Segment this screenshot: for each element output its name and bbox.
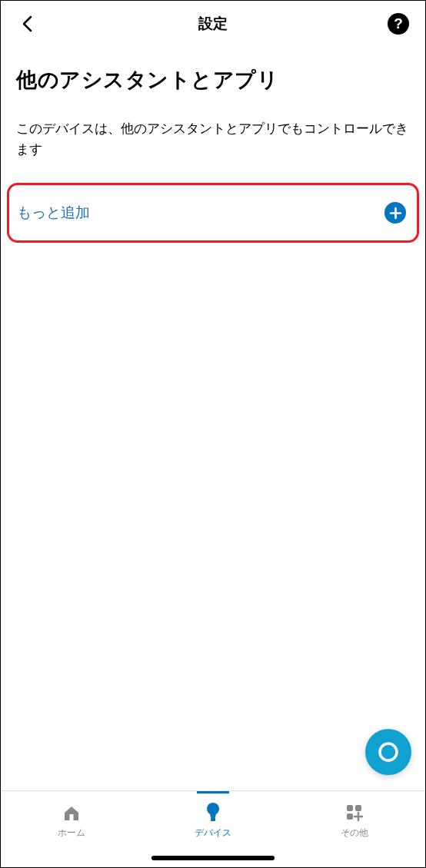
back-button[interactable] [16,12,39,35]
tab-devices-label: デバイス [195,827,231,840]
add-more-label: もっと追加 [17,203,90,223]
svg-point-4 [207,803,219,815]
home-indicator[interactable] [151,856,275,860]
page-title: 他のアシスタントとアプリ [16,66,410,94]
alexa-fab[interactable] [365,729,411,775]
svg-rect-6 [347,805,353,811]
svg-rect-8 [347,813,353,820]
svg-rect-5 [211,817,215,821]
header: 設定 ? [1,1,425,47]
chevron-left-icon [22,15,34,33]
tab-more[interactable]: その他 [284,791,425,867]
help-button[interactable]: ? [387,12,410,35]
plus-icon [384,202,406,224]
tab-home[interactable]: ホーム [1,791,142,867]
svg-rect-7 [355,805,361,811]
page-description: このデバイスは、他のアシスタントとアプリでもコントロールできます [16,118,410,160]
bulb-icon [202,802,224,823]
add-more-row[interactable]: もっと追加 [7,183,419,243]
grid-plus-icon [344,802,365,823]
tab-more-label: その他 [341,827,368,840]
home-icon [61,802,82,823]
content: 他のアシスタントとアプリ このデバイスは、他のアシスタントとアプリでもコントロー… [1,47,425,243]
svg-text:?: ? [394,15,403,31]
header-title: 設定 [198,14,228,34]
svg-rect-3 [70,814,74,820]
help-icon: ? [388,13,409,35]
svg-point-2 [380,744,397,760]
tab-home-label: ホーム [58,827,85,840]
alexa-icon [377,740,400,764]
